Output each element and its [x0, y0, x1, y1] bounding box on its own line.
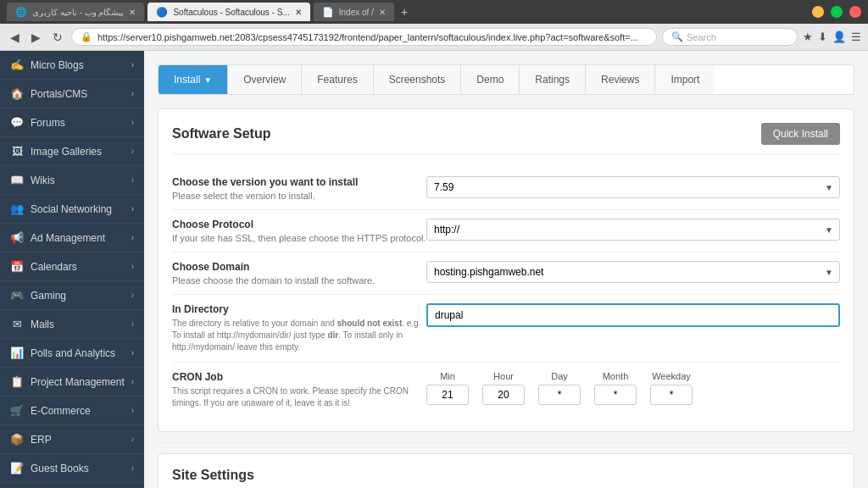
domain-hint: Please choose the domain to install the …	[172, 275, 426, 286]
sidebar-item-guest-books[interactable]: 📝 Guest Books ›	[0, 454, 144, 483]
tab-reviews[interactable]: Reviews	[586, 65, 655, 94]
tab2-close[interactable]: ✕	[295, 8, 302, 17]
version-label-col: Choose the version you want to install P…	[172, 176, 426, 201]
cron-row: CRON Job This script requires a CRON to …	[172, 363, 840, 418]
reload-button[interactable]: ↻	[49, 29, 66, 46]
cron-month-label: Month	[603, 371, 629, 381]
version-hint: Please select the version to install.	[172, 191, 426, 201]
ad-management-label: Ad Management	[31, 232, 105, 244]
tab-screenshots[interactable]: Screenshots	[374, 65, 462, 94]
cron-min-input[interactable]	[426, 385, 469, 405]
tab-install[interactable]: Install▼	[159, 65, 228, 94]
main-container: ✍ Micro Blogs › 🏠 Portals/CMS › 💬 Forums…	[0, 51, 868, 488]
lock-icon: 🔒	[81, 31, 92, 42]
tab-ratings[interactable]: Ratings	[520, 65, 586, 94]
domain-select[interactable]: hosting.pishgamweb.net	[426, 261, 840, 283]
sidebar-item-project-management[interactable]: 📋 Project Management ›	[0, 368, 144, 396]
micro-blogs-label: Micro Blogs	[31, 59, 84, 71]
social-networking-arrow: ›	[131, 204, 134, 214]
sidebar-item-calendars[interactable]: 📅 Calendars ›	[0, 252, 144, 281]
domain-control: hosting.pishgamweb.net ▼	[426, 261, 840, 283]
sidebar-item-customer-support[interactable]: 🎧 Customer Support ›	[0, 483, 144, 488]
sidebar-item-portals-cms[interactable]: 🏠 Portals/CMS ›	[0, 80, 144, 108]
tab-features[interactable]: Features	[302, 65, 373, 94]
browser-tab-2[interactable]: 🔵 Softaculous - Softaculous - S... ✕	[147, 3, 309, 21]
protocol-label-col: Choose Protocol If your site has SSL, th…	[172, 219, 426, 243]
new-tab-button[interactable]: +	[398, 5, 411, 19]
sidebar-item-micro-blogs[interactable]: ✍ Micro Blogs ›	[0, 51, 144, 80]
divider	[158, 442, 854, 443]
version-control: 7.59 ▼	[426, 176, 840, 198]
cron-weekday: Weekday	[650, 371, 693, 405]
section-header: Software Setup Quick Install	[172, 123, 840, 154]
wikis-icon: 📖	[10, 174, 24, 186]
directory-input[interactable]	[426, 303, 840, 327]
sidebar-item-mails[interactable]: ✉ Mails ›	[0, 310, 144, 339]
sidebar-item-e-commerce[interactable]: 🛒 E-Commerce ›	[0, 396, 144, 425]
tab1-close[interactable]: ✕	[129, 8, 136, 17]
nav-icons: ★ ⬇ 👤 ☰	[803, 30, 861, 43]
sidebar-item-polls-analytics[interactable]: 📊 Polls and Analytics ›	[0, 339, 144, 368]
quick-install-button[interactable]: Quick Install	[761, 123, 840, 145]
sidebar-item-social-networking[interactable]: 👥 Social Networking ›	[0, 195, 144, 224]
address-bar[interactable]: 🔒 https://server10.pishgamweb.net:2083/c…	[71, 28, 657, 46]
sidebar-item-image-galleries[interactable]: 🖼 Image Galleries ›	[0, 137, 144, 166]
gaming-icon: 🎮	[10, 289, 24, 302]
tab1-label: پیشگام وب - ناحیه کاربری	[32, 8, 124, 17]
search-bar[interactable]: 🔍 Search	[662, 28, 798, 46]
close-button[interactable]	[849, 6, 861, 18]
tab-overview[interactable]: Overview	[228, 65, 302, 94]
forums-label: Forums	[31, 117, 65, 129]
minimize-button[interactable]	[812, 6, 824, 18]
window-controls	[812, 6, 861, 18]
maximize-button[interactable]	[831, 6, 843, 18]
site-settings-title: Site Settings	[172, 468, 840, 483]
sidebar-item-ad-management[interactable]: 📢 Ad Management ›	[0, 224, 144, 252]
version-row: Choose the version you want to install P…	[172, 168, 840, 210]
tab3-close[interactable]: ✕	[379, 8, 386, 17]
version-label: Choose the version you want to install	[172, 176, 426, 188]
cron-month-input[interactable]	[594, 385, 637, 405]
download-icon[interactable]: ⬇	[818, 30, 827, 43]
cron-weekday-input[interactable]	[650, 385, 693, 405]
protocol-select-wrapper: http:// https:// ▼	[426, 219, 840, 241]
software-setup-section: Software Setup Quick Install Choose the …	[158, 108, 854, 432]
wikis-label: Wikis	[31, 175, 55, 186]
user-icon[interactable]: 👤	[832, 30, 846, 43]
back-button[interactable]: ◀	[7, 29, 23, 46]
version-select[interactable]: 7.59	[426, 176, 840, 198]
project-management-arrow: ›	[131, 377, 134, 386]
polls-analytics-label: Polls and Analytics	[31, 347, 115, 359]
project-management-icon: 📋	[10, 375, 24, 388]
e-commerce-arrow: ›	[131, 406, 134, 415]
erp-icon: 📦	[10, 433, 24, 446]
menu-icon[interactable]: ☰	[851, 30, 861, 43]
sidebar-item-wikis[interactable]: 📖 Wikis ›	[0, 166, 144, 195]
protocol-select[interactable]: http:// https://	[426, 219, 840, 241]
cron-day-input[interactable]	[538, 385, 581, 405]
forward-button[interactable]: ▶	[28, 29, 44, 46]
sidebar-item-erp[interactable]: 📦 ERP ›	[0, 425, 144, 454]
tab-import[interactable]: Import	[655, 65, 715, 94]
sidebar-item-forums[interactable]: 💬 Forums ›	[0, 108, 144, 137]
polls-analytics-icon: 📊	[10, 347, 24, 359]
mails-arrow: ›	[131, 319, 134, 329]
bookmark-icon[interactable]: ★	[803, 30, 813, 43]
social-networking-icon: 👥	[10, 202, 24, 215]
tab-demo[interactable]: Demo	[461, 65, 520, 94]
address-text: https://server10.pishgamweb.net:2083/cps…	[97, 32, 648, 42]
forums-icon: 💬	[10, 116, 24, 129]
guest-books-arrow: ›	[131, 463, 134, 473]
directory-control	[426, 303, 840, 327]
directory-label-col: In Directory The directory is relative t…	[172, 303, 426, 353]
gaming-arrow: ›	[131, 291, 134, 300]
browser-tab-1[interactable]: 🌐 پیشگام وب - ناحیه کاربری ✕	[7, 3, 144, 21]
domain-select-wrapper: hosting.pishgamweb.net ▼	[426, 261, 840, 283]
browser-tab-3[interactable]: 📄 Index of / ✕	[314, 3, 394, 21]
sidebar-item-gaming[interactable]: 🎮 Gaming ›	[0, 281, 144, 310]
cron-hour-input[interactable]	[482, 385, 525, 405]
tab1-favicon: 🌐	[15, 7, 27, 18]
protocol-hint: If your site has SSL, then please choose…	[172, 233, 426, 243]
directory-label: In Directory	[172, 303, 426, 315]
cron-fields-container: Min Hour Day Month Weekday	[426, 371, 693, 405]
